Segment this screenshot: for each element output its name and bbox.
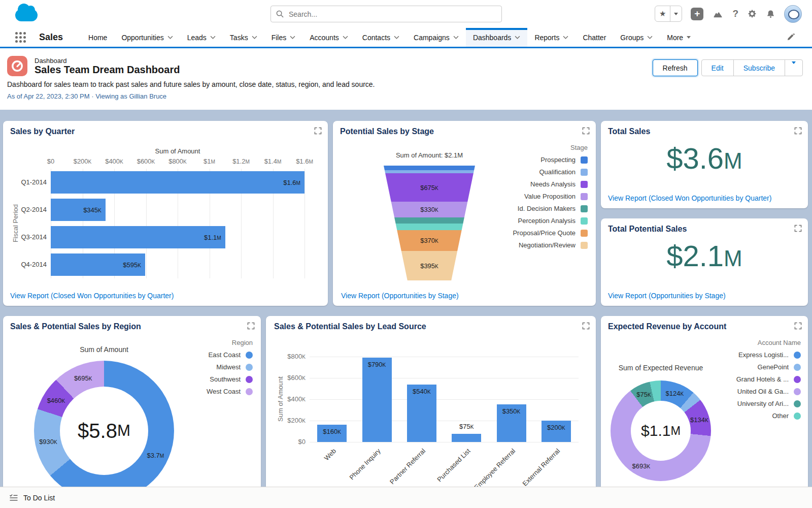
tab-leads[interactable]: Leads — [180, 28, 223, 47]
legend-item-qualification[interactable]: Qualification — [539, 169, 588, 176]
legend-item-id-decision-makers[interactable]: Id. Decision Makers — [518, 205, 588, 212]
funnel-segment-prospecting[interactable] — [384, 166, 475, 170]
expand-icon[interactable] — [794, 225, 802, 232]
funnel-segment-value-proposition[interactable]: $330K — [384, 202, 475, 217]
tab-opportunities[interactable]: Opportunities — [114, 28, 180, 47]
favorites-button-group[interactable]: ★ — [655, 6, 682, 22]
funnel-segment-proposal-price-quote[interactable]: $370K — [384, 230, 475, 251]
legend-item-midwest[interactable]: Midwest — [216, 364, 253, 371]
legend-item-express-logisti[interactable]: Express Logisti... — [738, 352, 801, 359]
legend-swatch — [581, 230, 588, 237]
legend-swatch — [581, 181, 588, 188]
legend-item-university-of-ari[interactable]: University of Ari... — [737, 400, 801, 407]
card-title: Sales & Potential Sales by Lead Source — [274, 322, 426, 331]
legend-item-southwest[interactable]: Southwest — [210, 376, 253, 383]
user-avatar[interactable] — [784, 5, 802, 23]
tab-campaigns[interactable]: Campaigns — [407, 28, 466, 47]
global-header: ★ + ? — [0, 0, 812, 28]
subscribe-button[interactable]: Subscribe — [733, 59, 785, 76]
tab-files[interactable]: Files — [264, 28, 303, 47]
x-axis-tick: $200K — [74, 157, 92, 165]
tab-home[interactable]: Home — [81, 28, 114, 47]
setup-button[interactable] — [747, 9, 757, 19]
tab-groups[interactable]: Groups — [613, 28, 660, 47]
legend-item-prospecting[interactable]: Prospecting — [540, 156, 588, 164]
bar-purchased-list[interactable] — [452, 434, 481, 442]
tab-accounts[interactable]: Accounts — [302, 28, 355, 47]
edit-navigation-pencil-icon[interactable] — [787, 34, 795, 41]
card-total-potential-sales: Total Potential Sales $2.1M View Report … — [601, 218, 808, 306]
value-label: $540K — [413, 388, 431, 395]
x-axis-tick: $1.4M — [264, 157, 282, 165]
chevron-down-icon — [290, 36, 295, 39]
global-actions-button[interactable]: + — [691, 8, 703, 20]
legend-item-west-coast[interactable]: West Coast — [207, 388, 253, 395]
chevron-down-icon — [515, 36, 520, 39]
legend-swatch — [581, 156, 588, 164]
legend-item-united-oil-ga[interactable]: United Oil & Ga... — [737, 388, 801, 395]
region-legend: RegionEast CoastMidwestSouthwestWest Coa… — [207, 339, 253, 395]
expand-icon[interactable] — [582, 322, 590, 330]
dashboard-meta: As of Apr 22, 2023, 2:30 PM · Viewing as… — [7, 92, 166, 100]
favorites-dropdown[interactable] — [670, 6, 682, 21]
metric-value: $3.6M — [601, 141, 808, 175]
tab-label: Tasks — [230, 34, 248, 42]
x-axis-tick: $1.6M — [296, 157, 313, 165]
view-report-link[interactable]: View Report (Closed Won Opportunities by… — [10, 292, 174, 300]
legend-item-value-proposition[interactable]: Value Proposition — [524, 193, 588, 200]
legend-label: GenePoint — [758, 364, 789, 371]
notifications-button[interactable] — [766, 9, 775, 19]
legend-item-grand-hotels[interactable]: Grand Hotels & ... — [736, 376, 801, 383]
legend-item-perception-analysis[interactable]: Perception Analysis — [518, 217, 588, 225]
view-report-link[interactable]: View Report (Closed Won Opportunities by… — [608, 194, 771, 202]
expand-icon[interactable] — [582, 127, 590, 135]
tab-dashboards[interactable]: Dashboards — [466, 28, 528, 47]
tab-label: Contacts — [362, 34, 390, 42]
funnel-segment-id-decision-makers[interactable] — [384, 217, 475, 224]
legend-item-other[interactable]: Other — [772, 412, 801, 420]
guidance-center-button[interactable] — [712, 9, 724, 19]
gridline — [310, 399, 579, 400]
bar-q3-2014[interactable] — [51, 226, 225, 248]
tab-contacts[interactable]: Contacts — [355, 28, 407, 47]
edit-button[interactable]: Edit — [701, 59, 734, 76]
slice-label-united-oil-ga: $693K — [632, 462, 651, 469]
bar-q1-2014[interactable] — [51, 171, 304, 194]
value-label: $675K — [420, 184, 438, 192]
funnel-segment-perception-analysis[interactable] — [384, 224, 475, 230]
legend-item-negotiation-review[interactable]: Negotiation/Review — [519, 242, 588, 249]
view-report-link[interactable]: View Report (Opportunities by Stage) — [341, 292, 459, 300]
app-launcher-icon[interactable] — [15, 32, 26, 43]
category-label-external-referral: External Referral — [521, 447, 562, 488]
legend-item-genepoint[interactable]: GenePoint — [758, 364, 801, 371]
search-input[interactable] — [288, 10, 496, 19]
legend-swatch — [246, 352, 253, 359]
tab-reports[interactable]: Reports — [527, 28, 576, 47]
funnel-segment-negotiation-review[interactable]: $395K — [384, 251, 475, 280]
bar-phone-inquiry[interactable] — [362, 358, 392, 442]
funnel-segment-needs-analysis[interactable]: $675K — [384, 173, 475, 202]
card-potential-sales-by-stage: Potential Sales by Stage Sum of Amount: … — [333, 121, 596, 306]
expand-icon[interactable] — [794, 322, 802, 330]
todo-list-bar[interactable]: To Do List — [0, 487, 812, 508]
legend-item-proposal-price-quote[interactable]: Proposal/Price Quote — [513, 230, 588, 237]
donut-total-label: $1.1M — [611, 380, 711, 481]
legend-swatch — [246, 376, 253, 383]
legend-label: Grand Hotels & ... — [736, 376, 789, 383]
expand-icon[interactable] — [794, 127, 802, 135]
expand-icon[interactable] — [247, 322, 255, 330]
favorites-star-icon[interactable]: ★ — [655, 6, 670, 21]
expand-icon[interactable] — [314, 127, 322, 135]
tab-more[interactable]: More — [660, 28, 698, 47]
legend-item-east-coast[interactable]: East Coast — [208, 352, 253, 359]
help-button[interactable]: ? — [732, 8, 738, 19]
funnel-subtitle: Sum of Amount: $2.1M — [363, 151, 495, 159]
tab-chatter[interactable]: Chatter — [576, 28, 613, 47]
tab-tasks[interactable]: Tasks — [223, 28, 264, 47]
view-report-link[interactable]: View Report (Opportunities by Stage) — [608, 292, 726, 300]
more-actions-button[interactable] — [785, 59, 803, 76]
global-search[interactable] — [270, 6, 502, 22]
legend-item-needs-analysis[interactable]: Needs Analysis — [530, 181, 588, 188]
donut-subtitle: Sum of Amount — [28, 345, 180, 354]
refresh-button[interactable]: Refresh — [653, 59, 698, 76]
